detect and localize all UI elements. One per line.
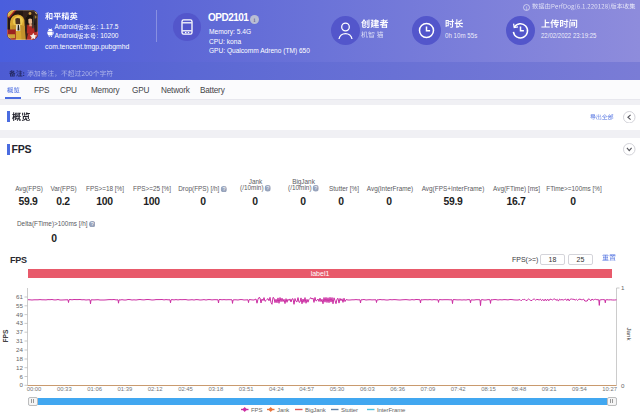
svg-text:07:42: 07:42 bbox=[451, 386, 466, 392]
svg-text:i: i bbox=[254, 16, 256, 24]
svg-text:FPS: FPS bbox=[251, 407, 262, 413]
svg-text:?: ? bbox=[90, 221, 93, 227]
svg-text:43: 43 bbox=[16, 319, 23, 326]
svg-text:09:21: 09:21 bbox=[542, 386, 557, 392]
svg-text:09:54: 09:54 bbox=[572, 386, 587, 392]
svg-text:12: 12 bbox=[16, 364, 23, 371]
svg-text:24: 24 bbox=[16, 346, 23, 353]
svg-text:?: ? bbox=[222, 186, 225, 192]
svg-text:08:15: 08:15 bbox=[481, 386, 496, 392]
svg-text:07:09: 07:09 bbox=[421, 386, 436, 392]
svg-text:0: 0 bbox=[20, 381, 24, 388]
svg-text:Jank: Jank bbox=[277, 407, 290, 413]
svg-text:03:51: 03:51 bbox=[239, 386, 254, 392]
svg-text:i: i bbox=[525, 5, 527, 11]
svg-text:37: 37 bbox=[16, 328, 23, 335]
svg-text:61: 61 bbox=[16, 293, 23, 300]
svg-text:?: ? bbox=[266, 185, 269, 191]
svg-text:08:48: 08:48 bbox=[511, 386, 526, 392]
svg-text:55: 55 bbox=[16, 302, 23, 309]
svg-text:10:27: 10:27 bbox=[602, 386, 617, 392]
svg-text:Jank: Jank bbox=[626, 327, 633, 341]
svg-text:00:33: 00:33 bbox=[57, 386, 72, 392]
svg-text:FPS: FPS bbox=[2, 329, 9, 342]
svg-text:02:12: 02:12 bbox=[148, 386, 163, 392]
svg-text:03:18: 03:18 bbox=[208, 386, 223, 392]
svg-text:05:30: 05:30 bbox=[330, 386, 345, 392]
svg-text:InterFrame: InterFrame bbox=[377, 407, 406, 413]
svg-text:06:03: 06:03 bbox=[360, 386, 375, 392]
svg-text:0: 0 bbox=[621, 382, 625, 389]
svg-text:02:45: 02:45 bbox=[178, 386, 193, 392]
svg-text:00:00: 00:00 bbox=[27, 386, 42, 392]
svg-text:06:36: 06:36 bbox=[390, 386, 405, 392]
svg-text:04:24: 04:24 bbox=[269, 386, 284, 392]
svg-text:01:06: 01:06 bbox=[87, 386, 102, 392]
svg-text:Stutter: Stutter bbox=[341, 407, 358, 413]
svg-text:6: 6 bbox=[20, 373, 24, 380]
svg-text:49: 49 bbox=[16, 311, 23, 318]
svg-text:04:57: 04:57 bbox=[299, 386, 314, 392]
svg-text:01:39: 01:39 bbox=[118, 386, 133, 392]
svg-text:?: ? bbox=[314, 185, 317, 191]
svg-text:BigJank: BigJank bbox=[305, 407, 327, 413]
svg-text:18: 18 bbox=[16, 355, 23, 362]
svg-text:1: 1 bbox=[621, 284, 625, 291]
svg-text:31: 31 bbox=[16, 337, 23, 344]
